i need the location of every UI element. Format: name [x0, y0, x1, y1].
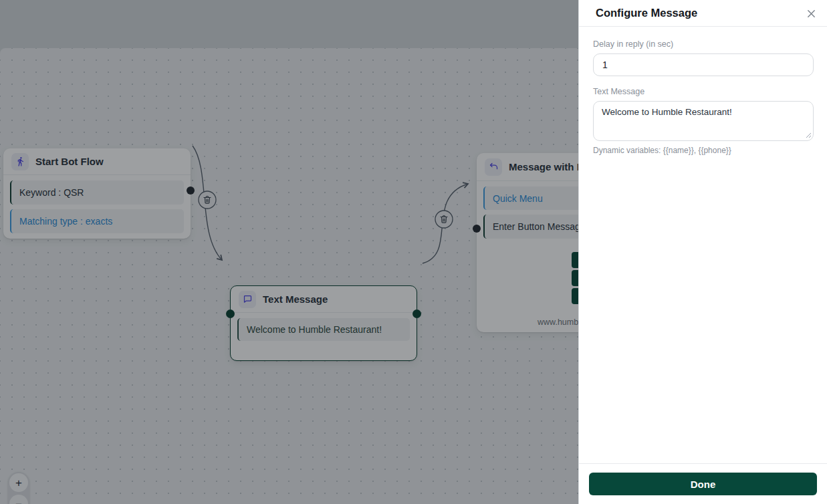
configure-message-panel: Configure Message Delay in reply (in sec…	[578, 0, 827, 504]
done-button[interactable]: Done	[589, 473, 817, 495]
panel-body: Delay in reply (in sec) Text Message Wel…	[579, 27, 827, 155]
canvas-area: Start Bot Flow Keyword : QSR Matching ty…	[0, 0, 578, 504]
dynamic-variables-hint: Dynamic variables: {{name}}, {{phone}}	[593, 146, 814, 155]
bot-flow-builder: Start Bot Flow Keyword : QSR Matching ty…	[0, 0, 827, 504]
panel-footer: Done	[579, 463, 827, 504]
panel-header: Configure Message	[579, 0, 827, 27]
panel-title: Configure Message	[596, 7, 697, 19]
modal-overlay[interactable]	[0, 0, 578, 504]
text-message-label: Text Message	[593, 87, 814, 96]
delay-input[interactable]	[593, 53, 814, 76]
textarea-wrapper: Welcome to Humble Restaurant!	[593, 101, 814, 141]
delay-label: Delay in reply (in sec)	[593, 39, 814, 49]
close-icon[interactable]	[804, 7, 818, 20]
message-textarea[interactable]: Welcome to Humble Restaurant!	[593, 101, 814, 141]
resize-handle-icon[interactable]	[806, 132, 812, 138]
